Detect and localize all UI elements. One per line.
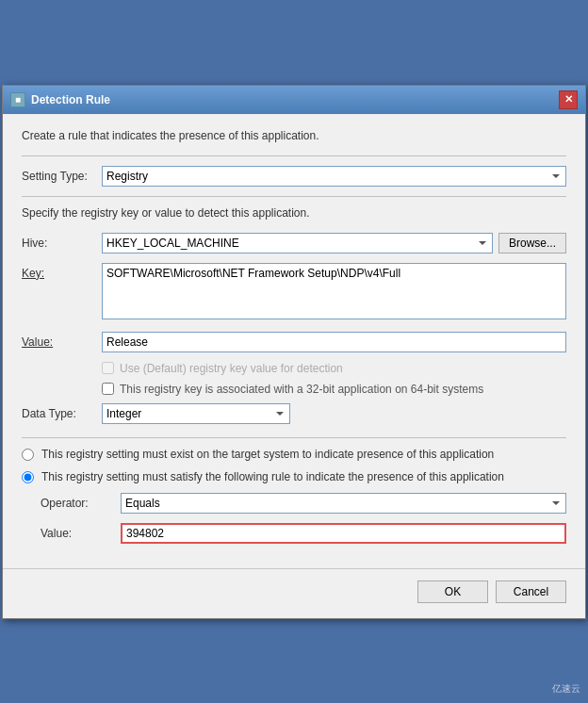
detection-value-row: Value: <box>22 523 566 544</box>
checkbox-default-row: Use (Default) registry key value for det… <box>22 362 566 375</box>
dialog-icon: ■ <box>10 92 25 107</box>
value-control <box>102 332 566 352</box>
setting-type-select[interactable]: RegistryFile SystemWindows Installer <box>102 166 566 187</box>
radio1-row: This registry setting must exist on the … <box>22 448 566 461</box>
setting-type-control: RegistryFile SystemWindows Installer <box>102 166 566 187</box>
close-button[interactable]: ✕ <box>559 90 578 109</box>
value-input[interactable] <box>102 332 566 352</box>
ok-button[interactable]: OK <box>417 580 488 603</box>
cancel-button[interactable]: Cancel <box>496 580 566 603</box>
checkbox-default[interactable] <box>102 362 114 374</box>
hive-control: HKEY_LOCAL_MACHINEHKEY_CURRENT_USERHKEY_… <box>102 233 566 253</box>
hive-label: Hive: <box>22 233 102 250</box>
dialog-body: Create a rule that indicates the presenc… <box>3 114 585 568</box>
data-type-label: Data Type: <box>22 403 102 420</box>
checkbox-32bit-label: This registry key is associated with a 3… <box>120 383 483 396</box>
operator-select[interactable]: EqualsNot EqualGreater ThanLess ThanGrea… <box>121 493 566 514</box>
detection-value-control <box>121 523 566 544</box>
key-textarea[interactable]: SOFTWARE\Microsoft\NET Framework Setup\N… <box>102 263 566 319</box>
radio2[interactable] <box>22 471 34 483</box>
header-description: Create a rule that indicates the presenc… <box>22 129 566 142</box>
checkbox-default-label: Use (Default) registry key value for det… <box>120 362 343 375</box>
data-type-control: IntegerStringVersionBoolean <box>102 403 566 424</box>
checkbox-32bit[interactable] <box>102 383 114 395</box>
title-bar: ■ Detection Rule ✕ <box>3 86 585 114</box>
setting-type-row: Setting Type: RegistryFile SystemWindows… <box>22 166 566 187</box>
divider-3 <box>22 437 566 438</box>
hive-select[interactable]: HKEY_LOCAL_MACHINEHKEY_CURRENT_USERHKEY_… <box>102 233 493 253</box>
title-bar-left: ■ Detection Rule <box>10 92 110 107</box>
operator-row: Operator: EqualsNot EqualGreater ThanLes… <box>22 493 566 514</box>
radio2-row: This registry setting must satisfy the f… <box>22 470 566 483</box>
detection-value-input[interactable] <box>121 523 566 544</box>
setting-type-label: Setting Type: <box>22 166 102 183</box>
divider-2 <box>22 196 566 197</box>
data-type-select[interactable]: IntegerStringVersionBoolean <box>102 403 290 424</box>
registry-description: Specify the registry key or value to det… <box>22 206 566 220</box>
key-label: Key: <box>22 263 102 280</box>
hive-row: Hive: HKEY_LOCAL_MACHINEHKEY_CURRENT_USE… <box>22 233 566 253</box>
data-type-row: Data Type: IntegerStringVersionBoolean <box>22 403 566 424</box>
browse-button[interactable]: Browse... <box>498 233 566 253</box>
watermark: 亿速云 <box>552 682 580 695</box>
detection-value-label: Value: <box>41 523 121 540</box>
key-textarea-wrapper: SOFTWARE\Microsoft\NET Framework Setup\N… <box>102 263 566 322</box>
radio1-label: This registry setting must exist on the … <box>41 448 566 461</box>
bottom-buttons: OK Cancel <box>3 568 585 618</box>
dialog-title: Detection Rule <box>31 93 110 106</box>
operator-control: EqualsNot EqualGreater ThanLess ThanGrea… <box>121 493 566 514</box>
key-control: SOFTWARE\Microsoft\NET Framework Setup\N… <box>102 263 566 322</box>
value-label: Value: <box>22 332 102 349</box>
detection-rule-dialog: ■ Detection Rule ✕ Create a rule that in… <box>2 85 586 619</box>
value-row: Value: <box>22 332 566 352</box>
checkbox-32bit-row: This registry key is associated with a 3… <box>22 383 566 396</box>
radio2-label: This registry setting must satisfy the f… <box>41 470 566 483</box>
key-row: Key: SOFTWARE\Microsoft\NET Framework Se… <box>22 263 566 322</box>
radio1[interactable] <box>22 449 34 461</box>
operator-label: Operator: <box>41 493 121 510</box>
divider-1 <box>22 155 566 156</box>
